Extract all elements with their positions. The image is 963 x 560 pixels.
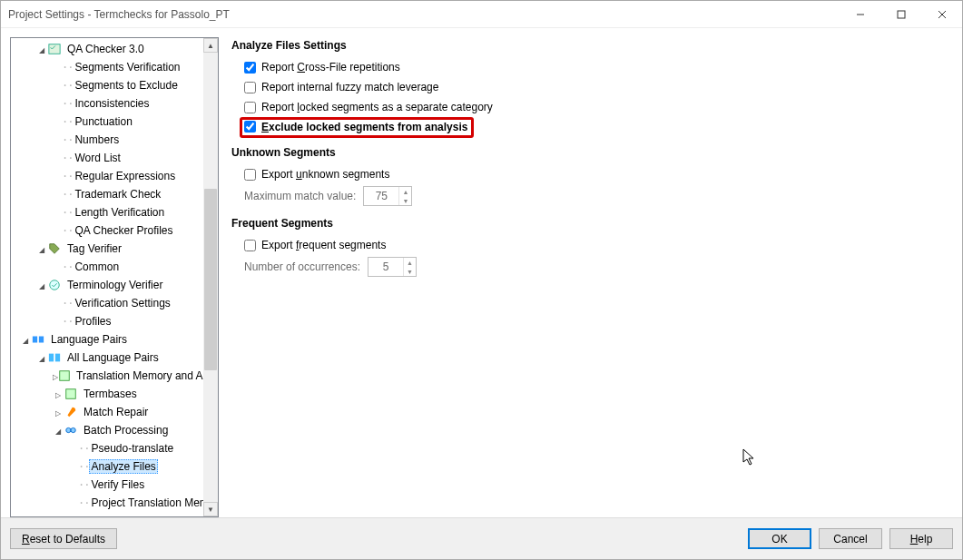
scroll-up-button[interactable]: ▲ bbox=[203, 38, 218, 53]
project-settings-window: Project Settings - Termchecks for Passol… bbox=[0, 0, 963, 560]
tree-node-terminology-verifier[interactable]: Terminology Verifier bbox=[11, 276, 203, 294]
tree-node-punctuation[interactable]: ··Punctuation bbox=[11, 113, 203, 131]
checkbox-label[interactable]: Report locked segments as a separate cat… bbox=[261, 101, 493, 113]
maximize-button[interactable] bbox=[880, 1, 921, 27]
expand-icon[interactable] bbox=[53, 408, 64, 418]
tree-node-segments-to-exclude[interactable]: ··Segments to Exclude bbox=[11, 76, 203, 94]
svg-rect-4 bbox=[49, 44, 60, 54]
checkbox-export-frequent[interactable] bbox=[244, 240, 256, 251]
tree-label: QA Checker 3.0 bbox=[65, 43, 146, 55]
checkbox-exclude-locked[interactable] bbox=[244, 121, 256, 133]
spin-down-icon[interactable]: ▼ bbox=[398, 196, 411, 205]
termbases-icon bbox=[64, 387, 78, 401]
tree-line-icon: ·· bbox=[78, 442, 89, 455]
tree-node-pseudo-translate[interactable]: ··Pseudo-translate bbox=[11, 439, 203, 457]
dialog-footer: Reset to Defaults OK Cancel Help bbox=[1, 517, 962, 559]
tree-node-match-repair[interactable]: Match Repair bbox=[11, 403, 203, 421]
expand-icon[interactable] bbox=[36, 353, 47, 363]
spinner-buttons[interactable]: ▲▼ bbox=[403, 258, 416, 276]
svg-rect-11 bbox=[66, 389, 76, 399]
checkbox-report-internal-fuzzy[interactable] bbox=[244, 82, 256, 93]
tree-node-numbers[interactable]: ··Numbers bbox=[11, 131, 203, 149]
expand-icon[interactable] bbox=[36, 244, 47, 254]
tree-node-verify-files[interactable]: ··Verify Files bbox=[11, 476, 203, 494]
section-frequent-segments: Frequent Segments bbox=[231, 217, 953, 230]
checklist-icon bbox=[47, 42, 62, 56]
tree-label: Analyze Files bbox=[89, 459, 157, 474]
svg-point-12 bbox=[66, 427, 71, 432]
checkbox-label[interactable]: Report internal fuzzy match leverage bbox=[261, 81, 438, 93]
close-button[interactable] bbox=[921, 1, 962, 27]
tree-node-batch-processing[interactable]: Batch Processing bbox=[11, 421, 203, 439]
tree-node-project-translation[interactable]: ··Project Translation Memori bbox=[11, 494, 203, 512]
tree-node-regular-expressions[interactable]: ··Regular Expressions bbox=[11, 167, 203, 185]
expand-icon[interactable] bbox=[20, 335, 31, 345]
expand-icon[interactable] bbox=[53, 426, 64, 436]
scroll-down-button[interactable]: ▼ bbox=[203, 502, 218, 516]
scroll-track[interactable] bbox=[203, 53, 218, 502]
tree-line-icon: ·· bbox=[62, 152, 73, 164]
reset-to-defaults-button[interactable]: Reset to Defaults bbox=[10, 528, 117, 549]
tree-line-icon: ·· bbox=[62, 97, 73, 110]
row-export-unknown: Export unknown segments bbox=[244, 164, 953, 184]
section-unknown-segments: Unknown Segments bbox=[231, 146, 953, 159]
expand-icon[interactable] bbox=[36, 280, 47, 290]
tree-label: Batch Processing bbox=[82, 424, 170, 437]
tree-node-segments-verification[interactable]: ··Segments Verification bbox=[11, 58, 203, 76]
num-occurrences-input[interactable] bbox=[368, 260, 403, 274]
svg-rect-8 bbox=[49, 354, 54, 362]
tree-node-length-verification[interactable]: ··Length Verification bbox=[11, 203, 203, 221]
checkbox-label[interactable]: Report Cross-File repetitions bbox=[261, 61, 400, 74]
spin-up-icon[interactable]: ▲ bbox=[398, 187, 411, 196]
expand-icon[interactable] bbox=[53, 389, 64, 399]
tree-node-translation-memory[interactable]: Translation Memory and A bbox=[11, 367, 203, 385]
checkbox-label[interactable]: Export frequent segments bbox=[261, 239, 386, 251]
tree-label: Common bbox=[73, 260, 121, 273]
svg-point-5 bbox=[50, 280, 60, 290]
section-body: Report Cross-File repetitions Report int… bbox=[244, 57, 953, 137]
checkbox-export-unknown[interactable] bbox=[244, 169, 256, 181]
tree-node-common[interactable]: ··Common bbox=[11, 258, 203, 276]
tree-node-all-language-pairs[interactable]: All Language Pairs bbox=[11, 349, 203, 367]
tree-node-word-list[interactable]: ··Word List bbox=[11, 149, 203, 167]
ok-button[interactable]: OK bbox=[748, 528, 811, 549]
tree-node-language-pairs[interactable]: Language Pairs bbox=[11, 330, 203, 349]
max-match-input[interactable] bbox=[364, 189, 398, 203]
row-report-internal-fuzzy: Report internal fuzzy match leverage bbox=[244, 77, 953, 97]
max-match-spinner[interactable]: ▲▼ bbox=[363, 186, 412, 206]
minimize-button[interactable] bbox=[840, 1, 880, 27]
tree-node-termbases[interactable]: Termbases bbox=[11, 385, 203, 403]
tree-scrollbar[interactable]: ▲ ▼ bbox=[203, 38, 218, 516]
tree-line-icon: ·· bbox=[78, 460, 89, 473]
tree-line-icon: ·· bbox=[62, 79, 73, 92]
tree-node-tag-verifier[interactable]: Tag Verifier bbox=[11, 240, 203, 258]
tree-line-icon: ·· bbox=[62, 206, 73, 219]
spin-up-icon[interactable]: ▲ bbox=[403, 258, 416, 267]
checkbox-report-cross-file[interactable] bbox=[244, 62, 256, 74]
tree-line-icon: ·· bbox=[62, 115, 73, 128]
tree-line-icon: ·· bbox=[62, 224, 73, 237]
tree-node-qa-checker[interactable]: QA Checker 3.0 bbox=[11, 40, 203, 58]
expand-icon[interactable] bbox=[36, 44, 47, 54]
tree-node-profiles[interactable]: ··Profiles bbox=[11, 312, 203, 330]
settings-tree[interactable]: QA Checker 3.0 ··Segments Verification ·… bbox=[11, 38, 203, 516]
cancel-button[interactable]: Cancel bbox=[819, 528, 882, 549]
tree-node-analyze-files[interactable]: ··Analyze Files bbox=[11, 457, 203, 476]
tree-node-trademark-check[interactable]: ··Trademark Check bbox=[11, 185, 203, 203]
checkbox-label[interactable]: Export unknown segments bbox=[261, 168, 389, 181]
tree-label: Tag Verifier bbox=[65, 242, 123, 255]
checkbox-report-locked[interactable] bbox=[244, 102, 256, 113]
checkbox-label[interactable]: Exclude locked segments from analysis bbox=[261, 121, 467, 133]
spinner-buttons[interactable]: ▲▼ bbox=[398, 187, 411, 205]
scroll-thumb[interactable] bbox=[204, 189, 217, 370]
tree-node-verification-settings[interactable]: ··Verification Settings bbox=[11, 294, 203, 312]
svg-rect-7 bbox=[39, 337, 44, 343]
num-occurrences-spinner[interactable]: ▲▼ bbox=[368, 257, 417, 277]
help-button[interactable]: Help bbox=[889, 528, 953, 549]
spin-down-icon[interactable]: ▼ bbox=[403, 267, 416, 276]
tree-line-icon: ·· bbox=[62, 133, 73, 146]
tree-label: Terminology Verifier bbox=[65, 279, 164, 291]
tree-node-qa-checker-profiles[interactable]: ··QA Checker Profiles bbox=[11, 221, 203, 240]
tree-node-inconsistencies[interactable]: ··Inconsistencies bbox=[11, 94, 203, 113]
database-icon bbox=[58, 368, 71, 383]
